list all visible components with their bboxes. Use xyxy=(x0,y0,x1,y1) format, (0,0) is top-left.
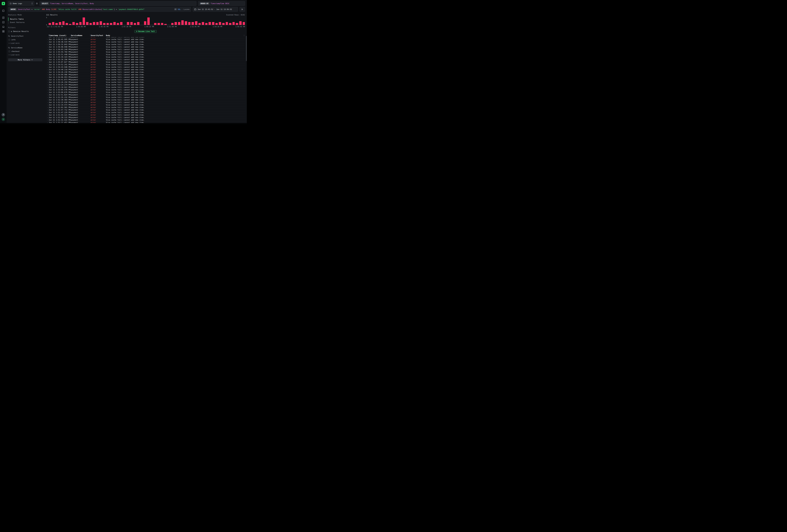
row-expander-icon[interactable]: › xyxy=(46,46,49,48)
filter-group-header[interactable]: ServiceName xyxy=(8,47,42,49)
histogram-bar[interactable] xyxy=(198,23,201,25)
table-row[interactable]: ›Jun 11 1:56:08.948 PMpaymenterrorVisa c… xyxy=(46,46,245,48)
resume-live-tail-button[interactable]: Resume Live Tail xyxy=(134,30,157,33)
mode-event-patterns[interactable]: Event Patterns xyxy=(8,21,42,24)
table-row[interactable]: ›Jun 11 1:55:07.827 PMpaymenterrorVisa c… xyxy=(46,61,245,63)
row-expander-icon[interactable]: › xyxy=(46,56,49,58)
table-row[interactable]: ›Jun 11 1:51:39.115 PMpaymenterrorVisa c… xyxy=(46,116,245,119)
row-expander-icon[interactable]: › xyxy=(46,43,49,46)
histogram-bar[interactable] xyxy=(202,22,204,25)
time-range-picker[interactable]: Jun 11 13:41:52 - Jun 11 13:56:52 xyxy=(193,7,238,12)
row-expander-icon[interactable]: › xyxy=(46,81,49,83)
panel-left-icon[interactable] xyxy=(2,9,5,12)
host-monitor-icon[interactable] xyxy=(2,25,5,28)
row-expander-icon[interactable]: › xyxy=(46,116,49,119)
histogram-bar[interactable] xyxy=(243,22,245,25)
table-row[interactable]: ›Jun 11 1:53:41.873 PMpaymenterrorVisa c… xyxy=(46,79,245,81)
histogram-bar[interactable] xyxy=(209,22,211,25)
table-row[interactable]: ›Jun 11 1:52:30.469 PMpaymenterrorVisa c… xyxy=(46,99,245,101)
gear-icon[interactable]: ⚙ xyxy=(36,2,38,5)
histogram-bar[interactable] xyxy=(79,22,82,25)
table-row[interactable]: ›Jun 11 1:53:00.676 PMpaymenterrorVisa c… xyxy=(46,91,245,94)
table-menu-icon[interactable]: ⋮ xyxy=(242,35,245,37)
histogram-bar[interactable] xyxy=(62,21,65,25)
histogram-bar[interactable] xyxy=(161,23,163,25)
row-expander-icon[interactable]: › xyxy=(46,73,49,76)
col-header-servicename[interactable]: ServiceName⋮ xyxy=(71,35,91,37)
histogram-bar[interactable] xyxy=(185,21,187,25)
histogram-bar[interactable] xyxy=(52,22,55,25)
histogram-bar[interactable] xyxy=(89,23,92,25)
row-expander-icon[interactable]: › xyxy=(46,68,49,71)
row-expander-icon[interactable]: › xyxy=(46,79,49,81)
row-expander-icon[interactable]: › xyxy=(46,41,49,43)
histogram-bar[interactable] xyxy=(164,24,167,25)
where-query-input[interactable]: WHERE SeverityText = 'error' AND Body IL… xyxy=(8,7,191,12)
column-resize-handle[interactable]: ⋮ xyxy=(69,35,70,36)
load-more-button[interactable]: Load more xyxy=(8,42,42,44)
row-expander-icon[interactable]: › xyxy=(46,91,49,93)
column-resize-handle[interactable]: ⋮ xyxy=(89,35,90,36)
row-expander-icon[interactable]: › xyxy=(46,66,49,68)
histogram-bar[interactable] xyxy=(219,22,221,25)
row-expander-icon[interactable]: › xyxy=(46,104,49,106)
histogram-bar[interactable] xyxy=(181,20,184,25)
table-row[interactable]: ›Jun 11 1:52:19.473 PMpaymenterrorVisa c… xyxy=(46,104,245,106)
row-expander-icon[interactable]: › xyxy=(46,89,49,91)
row-expander-icon[interactable]: › xyxy=(46,38,49,41)
table-row[interactable]: ›Jun 11 1:54:09.906 PMpaymenterrorVisa c… xyxy=(46,73,245,76)
row-expander-icon[interactable]: › xyxy=(46,94,49,96)
histogram-bar[interactable] xyxy=(195,21,197,25)
table-row[interactable]: ›Jun 11 1:52:02.581 PMpaymenterrorVisa c… xyxy=(46,106,245,109)
histogram-bar[interactable] xyxy=(86,22,88,25)
histogram-bar[interactable] xyxy=(188,22,191,25)
histogram-bar[interactable] xyxy=(96,22,99,25)
table-row[interactable]: ›Jun 11 1:53:24.274 PMpaymenterrorVisa c… xyxy=(46,84,245,86)
histogram-bar[interactable] xyxy=(120,22,123,25)
table-row[interactable]: ›Jun 11 1:54:43.948 PMpaymenterrorVisa c… xyxy=(46,66,245,68)
histogram-bar[interactable] xyxy=(236,23,238,25)
app-logo[interactable] xyxy=(2,2,5,5)
histogram-bar[interactable] xyxy=(171,23,174,25)
histogram-bar[interactable] xyxy=(154,23,156,25)
lang-lucene-option[interactable]: Lucene xyxy=(184,8,190,10)
row-expander-icon[interactable]: › xyxy=(46,76,49,78)
chart-icon[interactable] xyxy=(2,21,5,24)
table-row[interactable]: ›Jun 11 1:56:42.995 PMpaymenterrorVisa c… xyxy=(46,38,245,41)
row-expander-icon[interactable]: › xyxy=(46,109,49,111)
histogram-bar[interactable] xyxy=(69,24,71,25)
histogram-bar[interactable] xyxy=(192,22,194,25)
histogram-bar[interactable] xyxy=(233,22,235,25)
histogram-bar[interactable] xyxy=(127,22,129,25)
table-row[interactable]: ›Jun 11 1:53:26.250 PMpaymenterrorVisa c… xyxy=(46,81,245,84)
histogram-bar[interactable] xyxy=(144,21,146,25)
histogram-bar[interactable] xyxy=(103,23,105,25)
row-expander-icon[interactable]: › xyxy=(46,96,49,99)
histogram-bar[interactable] xyxy=(212,22,214,25)
table-row[interactable]: ›Jun 11 1:54:26.230 PMpaymenterrorVisa c… xyxy=(46,71,245,73)
histogram-bar[interactable] xyxy=(117,23,119,25)
row-expander-icon[interactable]: › xyxy=(46,111,49,114)
table-row[interactable]: ›Jun 11 1:56:03.248 PMpaymenterrorVisa c… xyxy=(46,48,245,51)
histogram-bar[interactable] xyxy=(100,21,102,25)
table-row[interactable]: ›Jun 11 1:53:05.578 PMpaymenterrorVisa c… xyxy=(46,89,245,91)
histogram-bar[interactable] xyxy=(49,23,51,25)
filter-option-checkout[interactable]: checkout xyxy=(8,50,42,52)
checkbox[interactable] xyxy=(8,39,10,41)
checkbox[interactable] xyxy=(8,50,10,52)
col-header-timestamp[interactable]: Timestamp (Local)⋮ xyxy=(49,35,71,37)
col-header-severitytext[interactable]: SeverityText⋮ xyxy=(91,35,106,37)
more-filters-button[interactable]: More filters xyxy=(8,58,42,61)
table-row[interactable]: ›Jun 11 1:52:25.630 PMpaymenterrorVisa c… xyxy=(46,101,245,104)
dashboard-grid-icon[interactable] xyxy=(2,30,5,33)
table-row[interactable]: ›Jun 11 1:54:52.241 PMpaymenterrorVisa c… xyxy=(46,63,245,66)
row-expander-icon[interactable]: › xyxy=(46,63,49,66)
row-expander-icon[interactable]: › xyxy=(46,101,49,104)
histogram-bar[interactable] xyxy=(174,22,177,25)
row-expander-icon[interactable]: › xyxy=(46,71,49,73)
table-row[interactable]: ›Jun 11 1:51:22.452 PMpaymenterrorVisa c… xyxy=(46,121,245,123)
table-row[interactable]: ›Jun 11 1:51:57.712 PMpaymenterrorVisa c… xyxy=(46,109,245,111)
histogram-bar[interactable] xyxy=(226,22,228,25)
table-row[interactable]: ›Jun 11 1:51:31.415 PMpaymenterrorVisa c… xyxy=(46,119,245,121)
filter-group-header[interactable]: SeverityText xyxy=(8,35,42,37)
